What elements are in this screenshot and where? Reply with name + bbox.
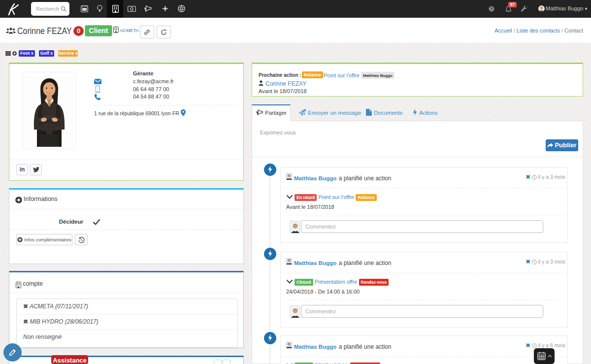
svg-text:?: ? [490,7,492,11]
